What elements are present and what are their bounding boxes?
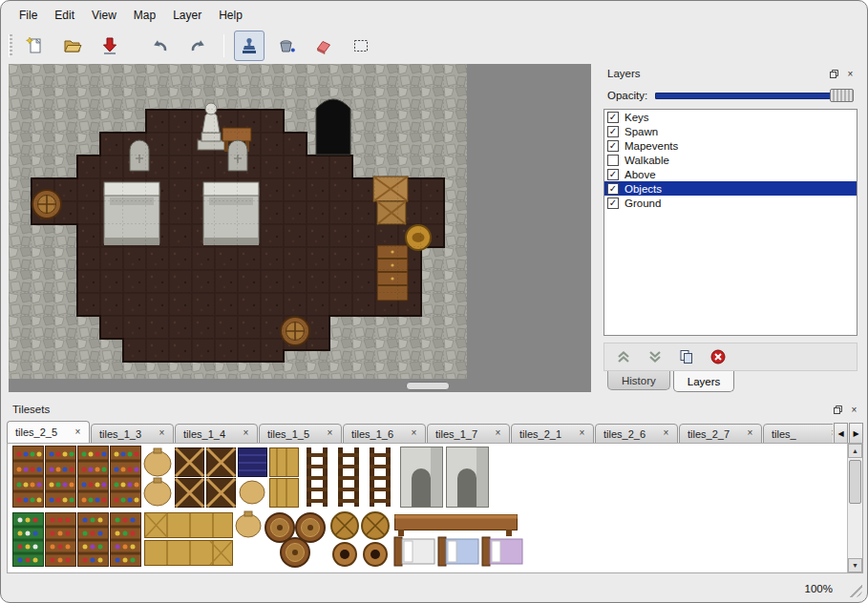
close-panel-icon[interactable]: × — [843, 67, 857, 80]
menu-view[interactable]: View — [83, 7, 125, 24]
undo-button[interactable] — [145, 31, 176, 61]
move-layer-up-button[interactable] — [614, 347, 633, 366]
float-panel-icon[interactable] — [831, 403, 845, 416]
close-tab-icon[interactable]: × — [240, 427, 252, 440]
new-button[interactable] — [20, 31, 51, 61]
move-layer-down-button[interactable] — [646, 347, 665, 366]
opacity-slider-track[interactable] — [655, 93, 852, 99]
close-tab-icon[interactable]: × — [72, 426, 84, 439]
ladder-tiles[interactable] — [307, 447, 391, 507]
eraser-tool-button[interactable] — [308, 31, 339, 61]
tileset-viewport[interactable]: ▲ ▼ — [7, 443, 863, 573]
layer-checkbox[interactable]: ✓ — [607, 169, 619, 180]
tileset-tab-active[interactable]: tiles_2_5 × — [7, 421, 90, 444]
tileset-tab-label: tiles_2_6 — [603, 428, 660, 440]
shelf-tiles[interactable] — [13, 447, 44, 508]
delete-layer-button[interactable] — [709, 347, 728, 366]
close-tab-icon[interactable]: × — [156, 427, 168, 440]
menu-file[interactable]: File — [11, 7, 46, 24]
clay-pot-tiles[interactable] — [333, 543, 387, 566]
layer-row[interactable]: ✓ Ground — [604, 196, 857, 210]
tileset-tab[interactable]: tiles_1_6 × — [343, 424, 426, 444]
stamp-tool-button[interactable] — [234, 31, 265, 61]
bed-blue-tile[interactable] — [438, 537, 478, 566]
stone-block-tiles[interactable] — [401, 447, 489, 508]
bed-white-tile[interactable] — [394, 537, 434, 566]
sack-tiles[interactable] — [144, 448, 171, 506]
close-tab-icon[interactable]: × — [492, 427, 504, 440]
shelf-tiles[interactable] — [78, 513, 109, 567]
bed-purple-tile[interactable] — [482, 537, 522, 566]
layer-checkbox[interactable] — [607, 155, 619, 166]
layer-row[interactable]: Walkable — [604, 153, 857, 167]
menu-layer[interactable]: Layer — [164, 7, 210, 24]
layer-row[interactable]: ✓ Mapevents — [604, 138, 857, 153]
tileset-tab[interactable]: tiles_ × — [763, 424, 833, 444]
fill-tool-button[interactable] — [271, 31, 302, 61]
scroll-tabs-right-button[interactable]: ▶ — [849, 423, 863, 444]
layer-checkbox[interactable]: ✓ — [607, 140, 619, 152]
close-tab-icon[interactable]: × — [744, 427, 756, 440]
resize-grip[interactable] — [848, 583, 862, 597]
close-tab-icon[interactable]: × — [660, 427, 672, 440]
tileset-tiles[interactable] — [11, 446, 526, 570]
shelf-tiles[interactable] — [111, 513, 141, 567]
green-shelf-tile[interactable] — [13, 513, 44, 567]
redo-button[interactable] — [182, 31, 213, 61]
tab-history[interactable]: History — [607, 371, 670, 390]
close-tab-icon[interactable]: × — [576, 427, 588, 440]
scroll-down-icon[interactable]: ▼ — [848, 558, 862, 572]
layer-row[interactable]: ✓ Keys — [604, 110, 857, 124]
tan-crate-tiles[interactable] — [270, 448, 299, 508]
layer-row[interactable]: ✓ Above — [604, 167, 857, 181]
tileset-vscroll-thumb[interactable] — [849, 460, 861, 504]
open-button[interactable] — [57, 31, 88, 61]
tab-layers[interactable]: Layers — [673, 371, 735, 392]
scroll-tabs-left-button[interactable]: ◀ — [834, 423, 848, 444]
shelf-tiles[interactable] — [78, 447, 109, 508]
layer-checkbox[interactable]: ✓ — [607, 112, 619, 123]
close-tab-icon[interactable]: × — [324, 427, 336, 440]
duplicate-layer-button[interactable] — [677, 347, 696, 366]
float-panel-icon[interactable] — [827, 67, 841, 80]
shelf-tiles[interactable] — [46, 447, 76, 508]
scroll-up-icon[interactable]: ▲ — [848, 444, 862, 458]
layer-checkbox[interactable]: ✓ — [607, 198, 619, 209]
map-viewport[interactable] — [9, 64, 591, 392]
layer-row-selected[interactable]: ✓ Objects — [604, 181, 857, 196]
tileset-tab[interactable]: tiles_1_4 × — [175, 424, 258, 444]
tileset-tab[interactable]: tiles_2_1 × — [511, 424, 594, 444]
map-horizontal-scrollbar[interactable] — [9, 382, 591, 391]
tileset-tab[interactable]: tiles_1_3 × — [91, 424, 174, 444]
close-panel-icon[interactable]: × — [847, 403, 861, 416]
barrel-stack-tiles[interactable] — [265, 513, 325, 567]
layer-checkbox[interactable]: ✓ — [607, 183, 619, 195]
save-button[interactable] — [95, 31, 125, 61]
layer-row[interactable]: ✓ Spawn — [604, 124, 857, 138]
opacity-slider[interactable] — [655, 88, 854, 103]
toolbar-grip[interactable] — [9, 34, 12, 57]
barrel-tiles[interactable] — [331, 512, 389, 539]
bench-tile[interactable] — [395, 515, 518, 537]
map-hscroll-thumb[interactable] — [406, 382, 450, 390]
layer-checkbox[interactable]: ✓ — [607, 126, 619, 137]
navy-crate-tile[interactable] — [239, 448, 267, 505]
tileset-tab[interactable]: tiles_1_7 × — [427, 424, 510, 444]
long-crate-tiles[interactable] — [145, 513, 233, 566]
shelf-tiles[interactable] — [46, 513, 76, 567]
tileset-tab[interactable]: tiles_2_6 × — [595, 424, 678, 444]
sack-tile[interactable] — [236, 511, 261, 537]
crate-tiles[interactable] — [176, 448, 236, 508]
close-tab-icon[interactable]: × — [408, 427, 420, 440]
shelf-tiles[interactable] — [111, 447, 141, 508]
select-tool-button[interactable] — [346, 31, 376, 61]
map-canvas[interactable] — [9, 64, 467, 379]
opacity-slider-handle[interactable] — [830, 89, 854, 102]
menu-edit[interactable]: Edit — [46, 7, 83, 24]
tileset-vertical-scrollbar[interactable]: ▲ ▼ — [847, 444, 862, 572]
menu-map[interactable]: Map — [125, 7, 164, 24]
menu-help[interactable]: Help — [210, 7, 251, 24]
tileset-tab[interactable]: tiles_2_7 × — [679, 424, 762, 444]
tileset-tab[interactable]: tiles_1_5 × — [259, 424, 342, 444]
zoom-level: 100% — [805, 583, 833, 594]
